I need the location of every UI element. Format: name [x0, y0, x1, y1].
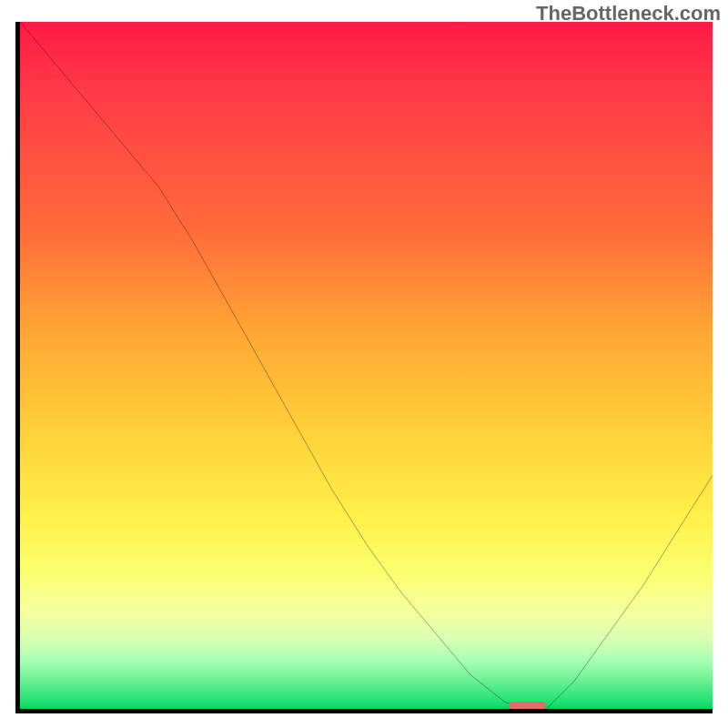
chart-area	[15, 22, 713, 713]
bottleneck-line	[20, 22, 713, 709]
watermark-text: TheBottleneck.com	[536, 2, 721, 25]
curve-path	[20, 22, 713, 709]
sweet-spot-marker	[509, 702, 547, 710]
